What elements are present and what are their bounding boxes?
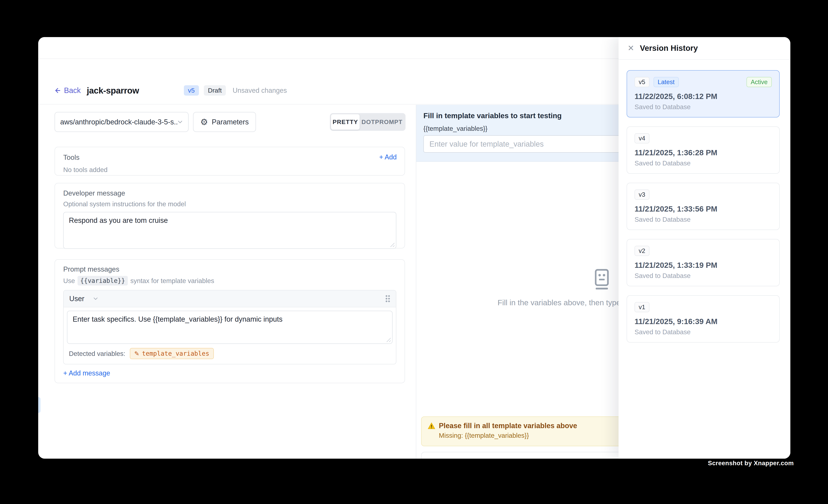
view-mode-toggle: PRETTY DOTPROMPT xyxy=(330,113,406,131)
tools-section: Tools + Add No tools added xyxy=(54,147,405,176)
warning-title: Please fill in all template variables ab… xyxy=(439,422,577,430)
version-timestamp: 11/21/2025, 1:33:19 PM xyxy=(634,261,772,270)
app-window: Back jack-sparrow v5 Draft Unsaved chang… xyxy=(38,37,790,459)
version-timestamp: 11/21/2025, 9:16:39 AM xyxy=(634,317,772,326)
developer-message-subtitle: Optional system instructions for the mod… xyxy=(63,200,396,208)
version-number-badge: v1 xyxy=(634,302,650,312)
chevron-down-icon xyxy=(177,119,183,125)
version-source: Saved to Database xyxy=(634,328,772,336)
version-timestamp: 11/21/2025, 1:33:56 PM xyxy=(634,205,772,213)
version-timestamp: 11/22/2025, 6:08:12 PM xyxy=(634,92,772,101)
prompt-messages-section: Prompt messages Use {{variable}} syntax … xyxy=(54,259,405,383)
gear-icon: ⚙ xyxy=(200,118,208,126)
hint-code: {{variable}} xyxy=(78,276,128,286)
version-source: Saved to Database xyxy=(634,103,772,111)
add-message-button[interactable]: + Add message xyxy=(63,369,110,377)
latest-badge: Latest xyxy=(654,77,679,87)
prompt-messages-hint: Use {{variable}} syntax for template var… xyxy=(63,276,396,286)
chevron-down-icon xyxy=(93,296,98,301)
parameters-button[interactable]: ⚙ Parameters xyxy=(193,112,256,132)
version-source: Saved to Database xyxy=(634,272,772,280)
version-history-title: Version History xyxy=(640,44,698,53)
warning-icon xyxy=(427,422,436,430)
toggle-dotprompt[interactable]: DOTPROMPT xyxy=(360,114,404,130)
back-label: Back xyxy=(64,86,81,95)
detected-variables-label: Detected variables: xyxy=(69,350,125,358)
detected-variables-row: Detected variables: ✎ template_variables xyxy=(64,344,396,364)
active-badge: Active xyxy=(747,77,772,87)
variable-chip[interactable]: ✎ template_variables xyxy=(130,348,214,359)
version-number-badge: v3 xyxy=(634,190,650,200)
model-selector-value: aws/anthropic/bedrock-claude-3-5-s... xyxy=(60,118,177,126)
model-selector[interactable]: aws/anthropic/bedrock-claude-3-5-s... xyxy=(54,112,189,132)
role-selector[interactable]: User xyxy=(69,295,98,303)
version-number-badge: v5 xyxy=(634,77,650,87)
message-content-input[interactable]: Enter task specifics. Use {{template_var… xyxy=(67,311,392,344)
add-tool-button[interactable]: + Add xyxy=(379,153,397,161)
tools-empty-text: No tools added xyxy=(63,166,396,173)
developer-message-title: Developer message xyxy=(63,189,396,197)
version-card-v2[interactable]: v2 11/21/2025, 1:33:19 PM Saved to Datab… xyxy=(627,239,780,286)
bot-icon xyxy=(592,268,611,290)
message-block: User Enter task specifics. Use {{templat… xyxy=(63,290,396,364)
message-header: User xyxy=(64,290,396,307)
close-icon[interactable]: ✕ xyxy=(628,44,634,52)
version-card-v5[interactable]: v5 Latest Active 11/22/2025, 6:08:12 PM … xyxy=(627,70,780,118)
version-number-badge: v2 xyxy=(634,246,650,256)
version-card-v1[interactable]: v1 11/21/2025, 9:16:39 AM Saved to Datab… xyxy=(627,295,780,342)
toggle-pretty[interactable]: PRETTY xyxy=(331,114,360,130)
developer-message-section: Developer message Optional system instru… xyxy=(54,183,405,248)
hint-prefix: Use xyxy=(63,277,75,285)
version-source: Saved to Database xyxy=(634,159,772,167)
arrow-left-icon xyxy=(54,87,61,94)
version-number-badge: v4 xyxy=(634,133,650,143)
version-card-v3[interactable]: v3 11/21/2025, 1:33:56 PM Saved to Datab… xyxy=(627,183,780,230)
drag-handle-icon[interactable] xyxy=(385,295,390,303)
page-title: jack-sparrow xyxy=(87,85,139,96)
draft-badge: Draft xyxy=(204,85,226,96)
unsaved-changes-text: Unsaved changes xyxy=(233,87,287,94)
developer-message-input[interactable]: Respond as you are tom cruise xyxy=(63,212,396,249)
version-card-v4[interactable]: v4 11/21/2025, 1:36:28 PM Saved to Datab… xyxy=(627,126,780,174)
pencil-icon: ✎ xyxy=(134,350,139,357)
hint-suffix: syntax for template variables xyxy=(130,277,214,285)
version-list: v5 Latest Active 11/22/2025, 6:08:12 PM … xyxy=(627,70,780,342)
watermark-text: Screenshot by Xnapper.com xyxy=(708,460,794,467)
parameters-label: Parameters xyxy=(212,118,249,126)
version-badge: v5 xyxy=(184,85,199,96)
tools-title: Tools xyxy=(63,154,79,161)
version-history-panel: ✕ Version History v5 Latest Active 11/22… xyxy=(619,37,790,459)
version-history-header: ✕ Version History xyxy=(619,37,790,60)
back-button[interactable]: Back xyxy=(54,86,81,95)
variable-chip-label: template_variables xyxy=(142,350,209,357)
version-timestamp: 11/21/2025, 1:36:28 PM xyxy=(634,148,772,157)
prompt-messages-title: Prompt messages xyxy=(63,265,396,273)
role-value: User xyxy=(69,295,84,303)
version-source: Saved to Database xyxy=(634,216,772,223)
edge-peek-element xyxy=(38,397,40,413)
